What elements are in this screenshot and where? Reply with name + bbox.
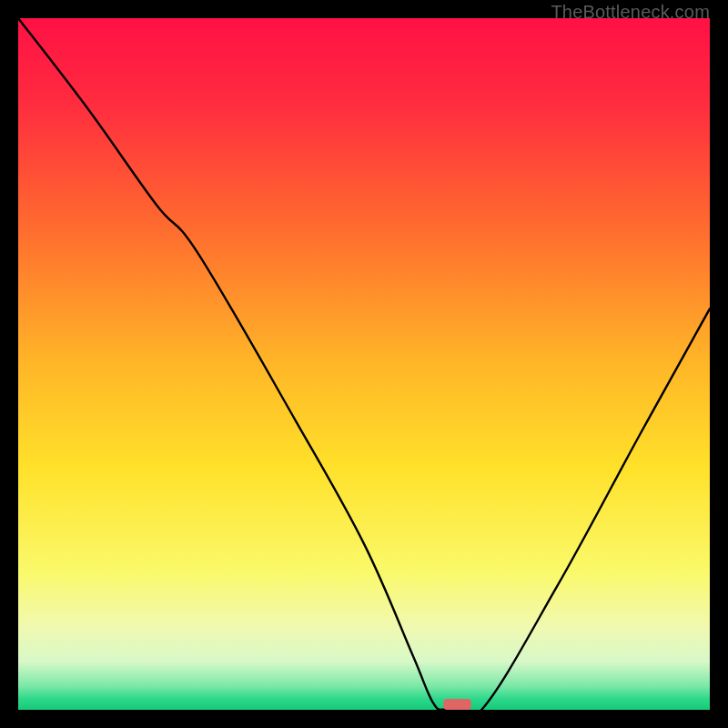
- watermark-label: TheBottleneck.com: [551, 2, 710, 23]
- optimal-marker: [443, 699, 470, 710]
- plot-area: [18, 18, 710, 710]
- gradient-background: [18, 18, 710, 710]
- bottleneck-chart: [18, 18, 710, 710]
- chart-container: TheBottleneck.com: [0, 0, 728, 728]
